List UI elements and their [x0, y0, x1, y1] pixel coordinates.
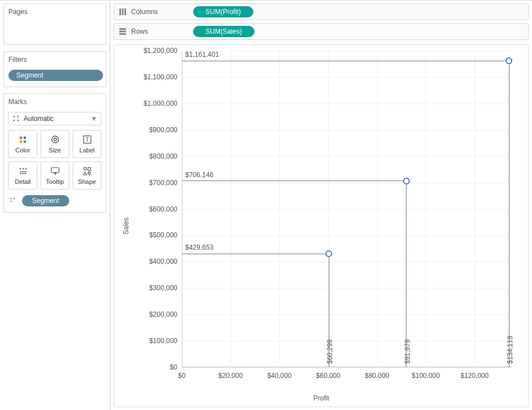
marks-card: Marks Automatic ▼ Color	[3, 93, 106, 213]
y-tick: $900,000	[149, 126, 177, 134]
svg-rect-25	[124, 8, 126, 15]
detail-mini-icon	[8, 197, 19, 205]
x-tick: $40,000	[267, 372, 292, 380]
rows-pill[interactable]: SUM(Sales)	[193, 26, 254, 37]
svg-point-5	[23, 137, 26, 139]
tooltip-button-label: Tooltip	[46, 178, 64, 185]
dropline-horizontal	[182, 254, 329, 254]
data-mark[interactable]	[506, 57, 512, 64]
dropline-vertical	[509, 61, 509, 367]
mark-type-label: Automatic	[24, 115, 53, 123]
y-tick: $200,000	[149, 310, 177, 318]
data-mark[interactable]	[325, 250, 332, 257]
detail-icon	[18, 166, 28, 176]
tooltip-icon	[50, 166, 60, 176]
y-tick: $500,000	[149, 231, 177, 239]
sales-label: $1,161,401	[185, 51, 219, 58]
svg-rect-23	[119, 8, 121, 15]
dropline-horizontal	[182, 181, 406, 181]
shape-button-label: Shape	[78, 178, 96, 185]
profit-label: $91,979	[404, 340, 412, 364]
svg-point-22	[11, 201, 12, 202]
sales-label: $706,146	[185, 171, 213, 179]
label-button-label: Label	[79, 147, 95, 154]
profit-label: $134,119	[506, 336, 514, 364]
rows-shelf[interactable]: Rows SUM(Sales)	[114, 23, 529, 40]
y-tick: $800,000	[149, 152, 177, 160]
svg-point-6	[19, 141, 22, 143]
detail-pill-segment[interactable]: Segment	[22, 195, 69, 206]
x-tick: $80,000	[365, 372, 389, 380]
size-button-label: Size	[49, 147, 61, 154]
columns-shelf[interactable]: Columns SUM(Profit)	[114, 3, 529, 20]
marks-detail-row: Segment	[8, 195, 101, 206]
pages-card: Pages	[3, 3, 106, 45]
tooltip-button[interactable]: Tooltip	[41, 161, 69, 190]
filters-shelf[interactable]: Segment	[4, 67, 106, 87]
svg-point-3	[17, 119, 19, 121]
rows-shelf-label-area: Rows	[114, 28, 192, 35]
pages-title: Pages	[4, 4, 106, 20]
svg-rect-28	[119, 33, 126, 35]
svg-point-21	[14, 198, 15, 200]
svg-point-20	[11, 198, 12, 200]
svg-point-14	[25, 168, 26, 169]
detail-button[interactable]: Detail	[8, 161, 37, 190]
marks-title: Marks	[4, 94, 106, 110]
y-tick: $100,000	[149, 337, 177, 345]
color-icon	[18, 134, 28, 145]
y-tick: $600,000	[149, 205, 177, 213]
x-tick: $0	[178, 372, 185, 380]
x-tick: $120,000	[461, 372, 489, 380]
x-tick: $60,000	[316, 372, 340, 380]
filters-card: Filters Segment	[3, 51, 106, 87]
rows-label: Rows	[131, 28, 148, 35]
x-tick: $20,000	[218, 372, 243, 380]
dropline-horizontal	[182, 61, 509, 61]
left-sidebar: Pages Filters Segment Marks Automatic	[0, 1, 110, 410]
svg-point-4	[19, 137, 22, 139]
pages-shelf[interactable]	[4, 20, 106, 44]
svg-rect-16	[20, 173, 26, 174]
size-button[interactable]: Size	[41, 130, 69, 158]
sales-label: $429,653	[185, 244, 213, 251]
detail-button-label: Detail	[15, 178, 30, 185]
x-axis-label: Profit	[114, 394, 528, 402]
svg-text:T: T	[85, 137, 88, 143]
right-area: Columns SUM(Profit) Rows SUM(Sales) Sale…	[110, 1, 532, 410]
color-button[interactable]: Color	[8, 130, 37, 158]
shape-icon	[82, 166, 92, 176]
x-tick: $100,000	[412, 372, 440, 380]
svg-point-13	[22, 168, 23, 169]
label-button[interactable]: T Label	[73, 130, 101, 158]
columns-shelf-label-area: Columns	[114, 8, 192, 16]
mark-type-dropdown[interactable]: Automatic ▼	[8, 112, 101, 125]
marks-body: Automatic ▼ Color Size T Label	[4, 112, 106, 212]
y-tick: $400,000	[149, 258, 177, 265]
svg-rect-17	[51, 168, 59, 173]
y-tick: $1,000,000	[144, 100, 177, 107]
plot-area: $0$100,000$200,000$300,000$400,000$500,0…	[182, 51, 511, 367]
shape-button[interactable]: Shape	[73, 161, 101, 190]
svg-rect-19	[88, 168, 91, 170]
columns-label: Columns	[131, 8, 158, 16]
svg-point-2	[13, 119, 15, 121]
y-tick: $0	[170, 363, 177, 371]
app-root: Pages Filters Segment Marks Automatic	[0, 0, 532, 410]
label-icon: T	[82, 134, 92, 145]
columns-pill[interactable]: SUM(Profit)	[193, 6, 253, 17]
svg-rect-26	[119, 28, 126, 30]
svg-point-1	[17, 115, 19, 117]
filter-pill-segment[interactable]: Segment	[8, 70, 103, 81]
svg-rect-15	[20, 172, 26, 172]
automatic-icon	[12, 115, 20, 123]
svg-point-7	[23, 141, 26, 143]
svg-rect-24	[122, 8, 124, 15]
rows-icon	[119, 28, 127, 35]
size-icon	[50, 134, 60, 145]
y-tick: $1,200,000	[144, 47, 177, 55]
data-mark[interactable]	[403, 178, 410, 184]
filters-title: Filters	[4, 52, 106, 67]
profit-label: $60,299	[326, 340, 334, 364]
viz-canvas[interactable]: Sales Profit $0$100,000$200,000$300,000$…	[114, 44, 529, 407]
